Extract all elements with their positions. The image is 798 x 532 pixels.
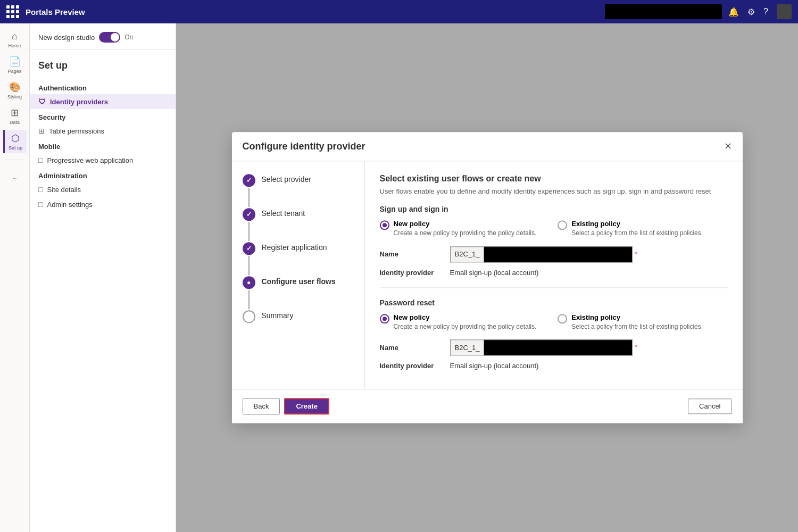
app-menu-icon[interactable] [6, 5, 19, 18]
password-required-indicator: * [635, 344, 637, 352]
sidebar-item-more[interactable]: ··· [3, 167, 27, 190]
password-name-input[interactable] [484, 340, 633, 356]
password-existing-policy-label: Existing policy [571, 313, 703, 321]
dialog-body: ✓ Select provider ✓ Select tenant [232, 161, 743, 389]
password-new-policy-radio[interactable] [380, 314, 389, 323]
step-connector-2: ✓ [243, 208, 255, 242]
sidebar-item-data-label: Data [10, 120, 20, 125]
step-circle-4: ● [243, 276, 255, 289]
steps-panel: ✓ Select provider ✓ Select tenant [232, 161, 365, 389]
dialog-footer: Back Create Cancel [232, 389, 743, 423]
password-reset-section-title: Password reset [380, 298, 728, 307]
back-button[interactable]: Back [243, 398, 280, 415]
identity-providers-icon: 🛡 [38, 97, 46, 106]
nav-item-pwa[interactable]: □ Progressive web application [30, 153, 176, 168]
step-select-provider: ✓ Select provider [243, 174, 354, 208]
nav-item-pwa-label: Progressive web application [47, 156, 133, 164]
sign-up-existing-policy-radio[interactable] [558, 221, 567, 230]
data-icon: ⊞ [11, 107, 19, 119]
security-section-title: Security [30, 109, 176, 123]
app-title: Portals Preview [26, 7, 598, 16]
sign-up-existing-policy-desc: Select a policy from the list of existin… [571, 230, 703, 237]
sign-up-section-title: Sign up and sign in [380, 205, 728, 214]
styling-icon: 🎨 [9, 81, 21, 93]
left-panel: New design studio On Set up Authenticati… [30, 23, 176, 532]
sidebar-item-data[interactable]: ⊞ Data [3, 104, 27, 128]
step-connector-4: ● [243, 276, 255, 310]
password-existing-policy-desc: Select a policy from the list of existin… [571, 323, 703, 330]
nav-item-site-details[interactable]: □ Site details [30, 182, 176, 197]
password-new-policy-desc: Create a new policy by providing the pol… [394, 323, 537, 330]
new-design-studio-row: New design studio On [38, 32, 133, 43]
notification-icon[interactable]: 🔔 [728, 7, 739, 17]
topbar: Portals Preview 🔔 ⚙ ? [0, 0, 798, 23]
step-select-tenant: ✓ Select tenant [243, 208, 354, 242]
table-permissions-icon: ⊞ [38, 127, 45, 135]
site-details-icon: □ [38, 185, 43, 194]
sidebar-item-home-label: Home [8, 43, 21, 48]
sign-up-new-policy-option[interactable]: New policy Create a new policy by provid… [380, 220, 537, 238]
admin-settings-icon: □ [38, 200, 43, 209]
nav-item-admin-settings[interactable]: □ Admin settings [30, 197, 176, 212]
create-button[interactable]: Create [284, 398, 329, 415]
step-label-1: Select provider [262, 174, 311, 184]
sidebar-item-styling[interactable]: 🎨 Styling [3, 79, 27, 102]
topbar-search[interactable] [605, 4, 722, 19]
step-label-5: Summary [262, 310, 294, 320]
more-icon: ··· [13, 176, 17, 181]
design-studio-toggle[interactable] [99, 32, 120, 43]
sign-up-radio-group: New policy Create a new policy by provid… [380, 220, 728, 238]
nav-item-site-details-label: Site details [47, 186, 81, 194]
sidebar-item-styling-label: Styling [7, 94, 22, 99]
step-connector-5 [243, 310, 255, 323]
settings-icon[interactable]: ⚙ [747, 7, 755, 17]
dialog-title: Configure identity provider [243, 141, 365, 152]
password-idp-row: Identity provider Email sign-up (local a… [380, 362, 728, 370]
sidebar-item-pages[interactable]: 📄 Pages [3, 53, 27, 77]
step-label-4: Configure user flows [262, 276, 336, 286]
password-reset-radio-group: New policy Create a new policy by provid… [380, 313, 728, 331]
password-idp-label: Identity provider [380, 362, 444, 370]
password-name-prefix: B2C_1_ [450, 340, 484, 356]
pages-icon: 📄 [9, 56, 21, 68]
password-idp-value: Email sign-up (local account) [450, 362, 539, 370]
pwa-icon: □ [38, 156, 43, 164]
sign-up-new-policy-radio[interactable] [380, 221, 389, 230]
sign-up-idp-label: Identity provider [380, 269, 444, 277]
step-line-4 [248, 290, 250, 309]
content-description: User flows enable you to define and modi… [380, 187, 728, 196]
sidebar-item-home[interactable]: ⌂ Home [3, 28, 27, 51]
password-existing-policy-option[interactable]: Existing policy Select a policy from the… [558, 313, 703, 331]
sign-up-idp-value: Email sign-up (local account) [450, 269, 539, 277]
password-new-policy-label: New policy [394, 313, 537, 321]
administration-section-title: Administration [30, 168, 176, 182]
cancel-button[interactable]: Cancel [688, 399, 732, 414]
sign-up-name-row: Name B2C_1_ * [380, 246, 728, 262]
sidebar-separator [6, 160, 23, 160]
toggle-state-label: On [124, 34, 133, 41]
password-name-label: Name [380, 344, 444, 352]
avatar[interactable] [777, 4, 792, 19]
nav-item-table-permissions[interactable]: ⊞ Table permissions [30, 123, 176, 138]
mobile-section-title: Mobile [30, 138, 176, 153]
sign-up-name-input[interactable] [484, 246, 633, 262]
password-name-input-group: B2C_1_ * [450, 340, 638, 356]
sign-up-idp-row: Identity provider Email sign-up (local a… [380, 269, 728, 277]
password-existing-policy-radio[interactable] [558, 314, 567, 323]
step-configure-user-flows: ● Configure user flows [243, 276, 354, 310]
sidebar-item-setup[interactable]: ⬡ Set up [3, 130, 27, 153]
section-divider [380, 287, 728, 288]
step-line-2 [248, 222, 250, 241]
footer-left-buttons: Back Create [243, 398, 329, 415]
step-line-1 [248, 188, 250, 207]
help-icon[interactable]: ? [763, 7, 768, 16]
sign-up-existing-policy-option[interactable]: Existing policy Select a policy from the… [558, 220, 703, 238]
step-line-3 [248, 256, 250, 275]
content-title: Select existing user flows or create new [380, 174, 728, 184]
home-icon: ⌂ [12, 31, 18, 42]
step-label-2: Select tenant [262, 208, 305, 218]
password-new-policy-option[interactable]: New policy Create a new policy by provid… [380, 313, 537, 331]
dialog-close-button[interactable]: ✕ [724, 140, 732, 152]
content-panel: Select existing user flows or create new… [365, 161, 743, 389]
nav-item-identity-providers[interactable]: 🛡 Identity providers [30, 94, 176, 109]
